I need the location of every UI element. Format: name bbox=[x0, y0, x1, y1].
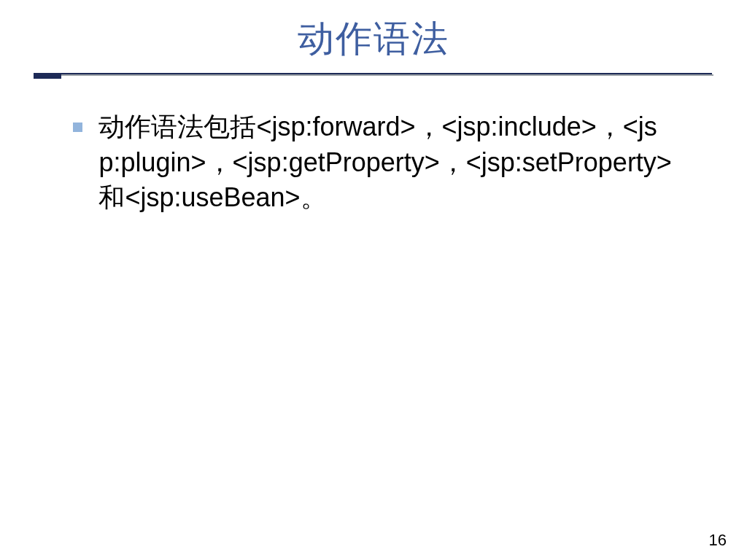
slide-title: 动作语法 bbox=[0, 15, 747, 63]
slide-body: 动作语法包括<jsp:forward>，<jsp:include>，<jsp:p… bbox=[73, 109, 686, 216]
square-bullet-icon bbox=[73, 122, 82, 132]
underline-shadow bbox=[35, 74, 713, 76]
underline-line bbox=[34, 73, 712, 74]
page-number: 16 bbox=[709, 531, 727, 550]
bullet-item: 动作语法包括<jsp:forward>，<jsp:include>，<jsp:p… bbox=[73, 109, 686, 216]
title-underline bbox=[34, 73, 712, 77]
bullet-text: 动作语法包括<jsp:forward>，<jsp:include>，<jsp:p… bbox=[98, 109, 675, 216]
underline-accent bbox=[34, 73, 61, 79]
slide: 动作语法 动作语法包括<jsp:forward>，<jsp:include>，<… bbox=[0, 0, 747, 560]
